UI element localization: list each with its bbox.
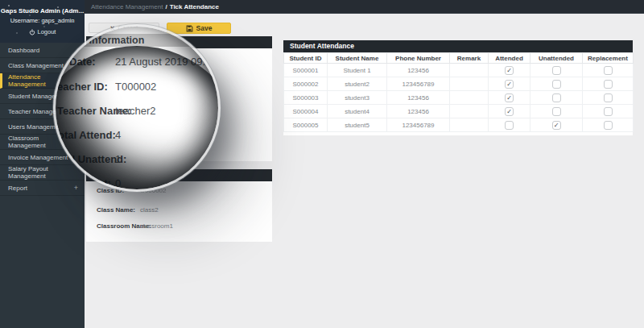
class-info-row: Class Name:class2 <box>97 206 266 214</box>
replacement-checkbox[interactable] <box>604 121 613 130</box>
remark-cell <box>450 64 489 77</box>
column-header-remark: Remark <box>450 53 489 64</box>
logout-label: Logout <box>38 28 56 35</box>
lens-field-value: teacher2 <box>115 105 156 117</box>
attended-checkbox[interactable]: ✓ <box>505 107 514 116</box>
column-header-unattended: Unattended <box>530 53 583 64</box>
id-cell: S000001 <box>284 64 328 77</box>
column-header-student-id: Student ID <box>284 53 328 64</box>
id-cell: S000003 <box>284 91 328 105</box>
attended-cell: ✓ <box>489 105 530 118</box>
phone-cell: 123456 <box>387 64 450 77</box>
lens-field-value: 4 <box>115 129 121 141</box>
username-label: Username: gaps_admin <box>0 17 85 24</box>
lens-field-value: T000002 <box>115 81 156 93</box>
attended-cell: ✓ <box>489 64 530 77</box>
id-cell: S000002 <box>284 77 328 91</box>
phone-cell: 123456 <box>387 105 450 118</box>
attended-cell <box>489 118 530 132</box>
attended-checkbox[interactable]: ✓ <box>505 80 514 89</box>
phone-cell: 123456 <box>387 91 450 105</box>
student-attendance-title: Student Attendance <box>283 40 633 52</box>
sidebar-item-label: Report <box>8 185 27 192</box>
student-attendance-table: Student IDStudent NamePhone NumberRemark… <box>283 52 634 132</box>
lens-field-label: Total Attend: <box>56 129 116 141</box>
column-header-phone-number: Phone Number <box>387 53 450 64</box>
table-row: S000005student5123456789✓ <box>284 118 634 132</box>
name-cell: Student 1 <box>328 64 387 77</box>
replacement-checkbox[interactable] <box>604 66 613 75</box>
unattended-checkbox[interactable] <box>552 80 561 89</box>
replacement-checkbox[interactable] <box>604 107 613 116</box>
unattended-cell <box>530 91 583 105</box>
field-label: Class ID: <box>97 187 124 194</box>
name-cell: student2 <box>328 77 387 91</box>
breadcrumb-separator: / <box>165 3 167 10</box>
lens-field-label: Teacher ID: <box>56 81 108 93</box>
floppy-disk-icon <box>186 25 193 32</box>
save-button[interactable]: Save <box>167 23 231 34</box>
student-attendance-panel: Student Attendance Student IDStudent Nam… <box>283 40 633 135</box>
unattended-checkbox[interactable]: ✓ <box>552 121 561 130</box>
breadcrumb-page-title: Tick Attendance <box>170 3 219 10</box>
lens-field-value: 1 <box>115 153 121 165</box>
attended-checkbox[interactable] <box>505 121 514 130</box>
name-cell: student3 <box>328 91 387 105</box>
phone-cell: 123456789 <box>387 77 450 91</box>
breadcrumb-section: Attendance Management <box>91 3 163 10</box>
sidebar-item-salary-payout-management[interactable]: Salary Payout Management <box>0 165 85 181</box>
sidebar-item-label: Invoice Management <box>8 154 68 161</box>
sidebar-item-label: Salary Payout Management <box>8 165 78 180</box>
attended-cell: ✓ <box>489 77 530 91</box>
expand-plus-icon: + <box>74 184 78 192</box>
unattended-cell <box>530 77 583 91</box>
sidebar-item-label: Dashboard <box>8 47 39 54</box>
table-row: S000002student2123456789✓ <box>284 77 634 91</box>
id-cell: S000005 <box>284 118 328 132</box>
replacement-cell <box>583 91 634 105</box>
sidebar-item-label: Users Management <box>8 123 64 131</box>
app-window: Attendance Management / Tick Attendance … <box>0 0 644 328</box>
attended-checkbox[interactable]: ✓ <box>505 66 514 75</box>
id-cell: S000004 <box>284 105 328 118</box>
unattended-cell <box>530 64 583 77</box>
field-label: Class Name: <box>97 206 135 214</box>
table-header: Student IDStudent NamePhone NumberRemark… <box>284 53 634 64</box>
unattended-checkbox[interactable] <box>552 93 561 102</box>
phone-cell: 123456789 <box>387 118 450 132</box>
replacement-cell <box>583 64 634 77</box>
logout-button[interactable]: Logout <box>0 28 85 35</box>
replacement-cell <box>583 118 634 132</box>
field-value: class2 <box>140 206 159 214</box>
sidebar-header: Gaps Studio Admin (Adm... Username: gaps… <box>0 0 85 43</box>
topbar: Attendance Management / Tick Attendance <box>85 0 644 14</box>
name-cell: student4 <box>328 105 387 118</box>
table-row: S000001Student 1123456✓ <box>284 64 634 77</box>
column-header-replacement: Replacement <box>583 53 634 64</box>
sidebar-item-report[interactable]: Report+ <box>0 181 85 196</box>
magnifier-lens: Attendance Information Date:21 August 20… <box>56 27 218 189</box>
attended-cell: ✓ <box>489 91 530 105</box>
sidebar-item-label: Class Management <box>8 62 64 69</box>
replacement-cell <box>583 105 634 118</box>
remark-cell <box>450 91 489 105</box>
unattended-cell: ✓ <box>530 118 583 132</box>
replacement-checkbox[interactable] <box>604 80 613 89</box>
save-label: Save <box>196 24 213 32</box>
attended-checkbox[interactable]: ✓ <box>505 93 514 102</box>
name-cell: student5 <box>328 118 387 132</box>
remark-cell <box>450 105 489 118</box>
unattended-checkbox[interactable] <box>552 66 561 75</box>
unattended-checkbox[interactable] <box>552 107 561 116</box>
unattended-cell <box>530 105 583 118</box>
sidebar-item-dashboard[interactable]: Dashboard <box>0 43 85 58</box>
replacement-checkbox[interactable] <box>604 93 613 102</box>
table-row: S000004student4123456✓ <box>284 105 634 118</box>
replacement-cell <box>583 77 634 91</box>
power-icon <box>29 29 35 35</box>
sidebar: Gaps Studio Admin (Adm... Username: gaps… <box>0 0 85 328</box>
table-row: S000003student3123456✓ <box>284 91 634 105</box>
class-info-body: Class ID:C000002Class Name:class2Classro… <box>86 181 272 242</box>
column-header-attended: Attended <box>489 53 530 64</box>
remark-cell <box>450 118 489 132</box>
